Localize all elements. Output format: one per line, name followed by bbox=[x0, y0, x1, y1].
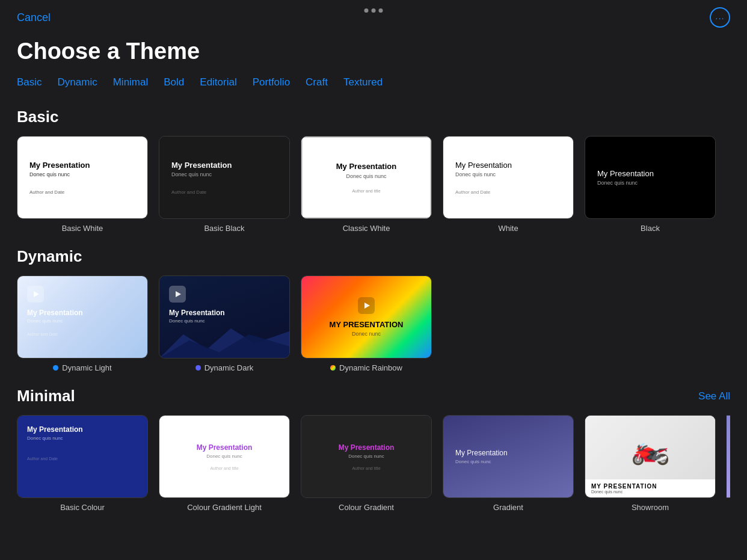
theme-thumb-colour-gradient-light: My Presentation Donec quis nunc Author a… bbox=[159, 415, 290, 498]
thumb-author: Author and Date bbox=[27, 457, 138, 461]
theme-thumb-black: My Presentation Donec quis nunc bbox=[585, 136, 716, 219]
dots-indicator bbox=[364, 8, 383, 13]
theme-thumb-colour-gradient: My Presentation Donec quis nunc Author a… bbox=[301, 415, 432, 498]
thumb-preview-basic-colour: My Presentation Donec quis nunc Author a… bbox=[17, 416, 147, 497]
theme-label-colour-gradient-light: Colour Gradient Light bbox=[187, 503, 262, 512]
basic-section-header: Basic bbox=[17, 108, 730, 126]
theme-item-dynamic-light[interactable]: My Presentation Donec quis nunc Author a… bbox=[17, 275, 148, 372]
theme-thumb-dynamic-light: My Presentation Donec quis nunc Author a… bbox=[17, 275, 148, 358]
cancel-button[interactable]: Cancel bbox=[17, 8, 51, 28]
theme-label-basic-white: Basic White bbox=[62, 224, 103, 233]
theme-item-colour-gradient[interactable]: My Presentation Donec quis nunc Author a… bbox=[301, 415, 432, 512]
see-all-button[interactable]: See All bbox=[698, 390, 730, 402]
thumb-preview-showroom: 🏍️ MY PRESENTATION Donec quis nunc bbox=[585, 416, 715, 497]
theme-item-colour-gradient-light[interactable]: My Presentation Donec quis nunc Author a… bbox=[159, 415, 290, 512]
showroom-bg: 🏍️ bbox=[585, 416, 715, 479]
status-dot-blue bbox=[53, 365, 58, 371]
thumb-subtitle: Donec quis nunc bbox=[27, 318, 138, 324]
thumb-preview-dynamic-rainbow: MY PRESENTATION Donec nunc bbox=[301, 276, 431, 358]
tab-portfolio[interactable]: Portfolio bbox=[253, 74, 290, 91]
tab-bold[interactable]: Bold bbox=[164, 74, 184, 91]
theme-thumb-dynamic-rainbow: MY PRESENTATION Donec nunc bbox=[301, 275, 432, 358]
tab-editorial[interactable]: Editorial bbox=[200, 74, 236, 91]
thumb-title: My Presentation bbox=[455, 449, 561, 457]
thumb-preview-colour-gradient-light: My Presentation Donec quis nunc Author a… bbox=[159, 416, 289, 497]
thumb-preview-black: My Presentation Donec quis nunc bbox=[585, 137, 715, 218]
thumb-title: MY PRESENTATION bbox=[330, 320, 404, 329]
theme-item-classic-white[interactable]: My Presentation Donec quis nunc Author a… bbox=[301, 136, 432, 233]
theme-label-gradient: Gradient bbox=[493, 503, 523, 512]
theme-dot-label-dynamic-rainbow: Dynamic Rainbow bbox=[330, 363, 402, 372]
thumb-author: Author and Date bbox=[455, 189, 561, 195]
theme-item-white[interactable]: My Presentation Donec quis nunc Author a… bbox=[443, 136, 574, 233]
theme-thumb-white: My Presentation Donec quis nunc Author a… bbox=[443, 136, 574, 219]
status-dot-rainbow bbox=[330, 365, 336, 371]
thumb-subtitle: Donec nunc bbox=[352, 331, 381, 337]
tab-craft[interactable]: Craft bbox=[306, 74, 328, 91]
thumb-preview-white: My Presentation Donec quis nunc Author a… bbox=[443, 137, 573, 218]
theme-item-black[interactable]: My Presentation Donec quis nunc Black bbox=[585, 136, 716, 233]
thumb-preview-gradient: My Presentation Donec quis nunc bbox=[443, 416, 573, 497]
theme-item-basic-white[interactable]: My Presentation Donec quis nunc Author a… bbox=[17, 136, 148, 233]
theme-item-dynamic-rainbow[interactable]: MY PRESENTATION Donec nunc Dynamic Rainb… bbox=[301, 275, 432, 372]
status-dot-indigo bbox=[195, 365, 201, 371]
thumb-author: Author and Date bbox=[171, 189, 277, 195]
play-icon-dark bbox=[169, 286, 186, 303]
dynamic-theme-grid: My Presentation Donec quis nunc Author a… bbox=[17, 275, 730, 372]
minimal-theme-scroll: My Presentation Donec quis nunc Author a… bbox=[17, 415, 730, 512]
theme-label-black: Black bbox=[641, 224, 660, 233]
thumb-preview-partial bbox=[727, 416, 730, 497]
theme-item-partial[interactable] bbox=[727, 415, 730, 512]
top-bar: Cancel ··· bbox=[0, 0, 747, 28]
basic-theme-grid: My Presentation Donec quis nunc Author a… bbox=[17, 136, 730, 233]
thumb-title: My Presentation bbox=[597, 169, 703, 178]
theme-label-basic-colour: Basic Colour bbox=[60, 503, 105, 512]
dot-2 bbox=[372, 8, 376, 13]
tab-basic[interactable]: Basic bbox=[17, 74, 42, 91]
thumb-subtitle: Donec quis nunc bbox=[29, 171, 135, 177]
thumb-title: My Presentation bbox=[171, 161, 277, 170]
theme-item-showroom[interactable]: 🏍️ MY PRESENTATION Donec quis nunc Showr… bbox=[585, 415, 716, 512]
theme-item-gradient[interactable]: My Presentation Donec quis nunc Gradient bbox=[443, 415, 574, 512]
basic-section: Basic My Presentation Donec quis nunc Au… bbox=[0, 108, 747, 233]
mountain-svg bbox=[159, 322, 289, 358]
dot-1 bbox=[364, 8, 369, 13]
theme-thumb-dynamic-dark: My Presentation Donec quis nunc bbox=[159, 275, 290, 358]
more-button[interactable]: ··· bbox=[710, 7, 730, 28]
thumb-title: My Presentation bbox=[29, 161, 135, 170]
category-tabs: Basic Dynamic Minimal Bold Editorial Por… bbox=[17, 74, 747, 91]
theme-label-dynamic-light: Dynamic Light bbox=[62, 363, 111, 372]
play-icon bbox=[27, 286, 44, 303]
theme-thumb-partial bbox=[727, 415, 730, 498]
thumb-title: My Presentation bbox=[27, 425, 138, 434]
theme-item-basic-black[interactable]: My Presentation Donec quis nunc Author a… bbox=[159, 136, 290, 233]
theme-dot-label-dynamic-light: Dynamic Light bbox=[53, 363, 111, 372]
thumb-title: My Presentation bbox=[27, 309, 138, 317]
thumb-author: Author and Date bbox=[29, 189, 135, 195]
bike-icon: 🏍️ bbox=[631, 429, 670, 466]
thumb-subtitle: Donec quis nunc bbox=[455, 459, 561, 464]
tab-minimal[interactable]: Minimal bbox=[113, 74, 149, 91]
play-icon-rainbow bbox=[358, 297, 375, 314]
theme-label-basic-black: Basic Black bbox=[204, 224, 244, 233]
thumb-subtitle: Donec quis nunc bbox=[455, 171, 561, 177]
tab-dynamic[interactable]: Dynamic bbox=[58, 74, 97, 91]
thumb-title: My Presentation bbox=[197, 443, 253, 452]
minimal-section: Minimal See All My Presentation Donec qu… bbox=[0, 387, 747, 512]
dynamic-section-title: Dynamic bbox=[17, 247, 82, 266]
theme-item-dynamic-dark[interactable]: My Presentation Donec quis nunc Dynamic … bbox=[159, 275, 290, 372]
theme-thumb-classic-white: My Presentation Donec quis nunc Author a… bbox=[301, 136, 432, 219]
minimal-section-title: Minimal bbox=[17, 387, 75, 405]
thumb-preview-dynamic-light: My Presentation Donec quis nunc Author a… bbox=[17, 276, 147, 358]
theme-thumb-basic-black: My Presentation Donec quis nunc Author a… bbox=[159, 136, 290, 219]
thumb-subtitle: Donec quis nunc bbox=[206, 454, 242, 459]
theme-dot-label-dynamic-dark: Dynamic Dark bbox=[195, 363, 254, 372]
theme-thumb-showroom: 🏍️ MY PRESENTATION Donec quis nunc bbox=[585, 415, 716, 498]
theme-item-basic-colour[interactable]: My Presentation Donec quis nunc Author a… bbox=[17, 415, 148, 512]
thumb-subtitle: Donec quis nunc bbox=[27, 435, 138, 441]
tab-textured[interactable]: Textured bbox=[343, 74, 383, 91]
thumb-title: My Presentation bbox=[169, 309, 280, 317]
theme-label-classic-white: Classic White bbox=[343, 224, 390, 233]
minimal-theme-grid: My Presentation Donec quis nunc Author a… bbox=[17, 415, 730, 512]
thumb-author: Author and title bbox=[352, 466, 380, 470]
